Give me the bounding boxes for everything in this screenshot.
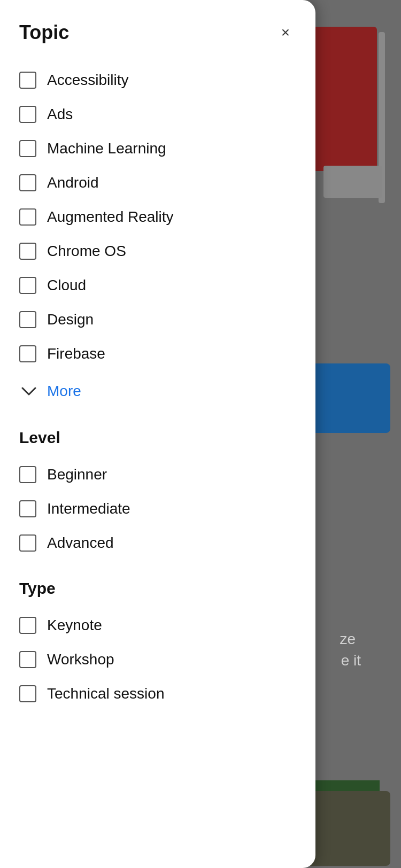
type-item-keynote[interactable]: Keynote (19, 608, 296, 642)
beginner-label: Beginner (47, 466, 107, 483)
augmented-reality-label: Augmented Reality (47, 208, 174, 226)
modal-title: Topic (19, 21, 69, 44)
keynote-label: Keynote (47, 617, 102, 634)
type-item-workshop[interactable]: Workshop (19, 642, 296, 677)
firebase-label: Firebase (47, 345, 105, 362)
background-text-ze: ze (340, 631, 356, 648)
level-section-title: Level (19, 429, 296, 447)
advanced-checkbox[interactable] (19, 534, 36, 552)
cloud-checkbox[interactable] (19, 277, 36, 294)
more-button[interactable]: More (19, 373, 296, 409)
topic-item-ads[interactable]: Ads (19, 97, 296, 131)
accessibility-label: Accessibility (47, 72, 128, 89)
technical-session-label: Technical session (47, 685, 164, 702)
android-label: Android (47, 174, 99, 191)
background-blue-card (305, 363, 390, 433)
workshop-checkbox[interactable] (19, 651, 36, 668)
accessibility-checkbox[interactable] (19, 72, 36, 89)
topic-item-augmented-reality[interactable]: Augmented Reality (19, 200, 296, 234)
topic-item-android[interactable]: Android (19, 166, 296, 200)
topic-item-firebase[interactable]: Firebase (19, 337, 296, 371)
machine-learning-label: Machine Learning (47, 140, 166, 157)
modal-header: Topic × (19, 21, 296, 44)
beginner-checkbox[interactable] (19, 466, 36, 483)
topic-item-chrome-os[interactable]: Chrome OS (19, 234, 296, 268)
level-item-advanced[interactable]: Advanced (19, 526, 296, 560)
type-item-technical-session[interactable]: Technical session (19, 677, 296, 711)
chevron-down-icon (19, 382, 38, 401)
type-section: Type Keynote Workshop Technical session (19, 579, 296, 711)
ads-checkbox[interactable] (19, 106, 36, 123)
topic-item-cloud[interactable]: Cloud (19, 268, 296, 303)
level-item-intermediate[interactable]: Intermediate (19, 492, 296, 526)
filter-modal: Topic × Accessibility Ads Machine Learni… (0, 0, 315, 868)
level-section: Level Beginner Intermediate Advanced (19, 429, 296, 560)
close-button[interactable]: × (275, 22, 296, 43)
type-section-title: Type (19, 579, 296, 598)
intermediate-checkbox[interactable] (19, 500, 36, 517)
topic-section: Accessibility Ads Machine Learning Andro… (19, 63, 296, 409)
background-text-eit: e it (341, 652, 361, 669)
design-label: Design (47, 311, 94, 328)
firebase-checkbox[interactable] (19, 345, 36, 362)
technical-session-checkbox[interactable] (19, 685, 36, 702)
background-red-shape (307, 27, 377, 171)
keynote-checkbox[interactable] (19, 617, 36, 634)
topic-item-machine-learning[interactable]: Machine Learning (19, 131, 296, 166)
machine-learning-checkbox[interactable] (19, 140, 36, 157)
more-label: More (47, 383, 81, 400)
chrome-os-label: Chrome OS (47, 243, 126, 260)
design-checkbox[interactable] (19, 311, 36, 328)
augmented-reality-checkbox[interactable] (19, 208, 36, 226)
background-person-card (305, 791, 390, 866)
workshop-label: Workshop (47, 651, 114, 668)
advanced-label: Advanced (47, 534, 114, 552)
android-checkbox[interactable] (19, 174, 36, 191)
topic-item-accessibility[interactable]: Accessibility (19, 63, 296, 97)
ads-label: Ads (47, 106, 73, 123)
level-item-beginner[interactable]: Beginner (19, 458, 296, 492)
cloud-label: Cloud (47, 277, 86, 294)
intermediate-label: Intermediate (47, 500, 130, 517)
chrome-os-checkbox[interactable] (19, 243, 36, 260)
topic-item-design[interactable]: Design (19, 303, 296, 337)
background-gray-base (323, 166, 382, 198)
